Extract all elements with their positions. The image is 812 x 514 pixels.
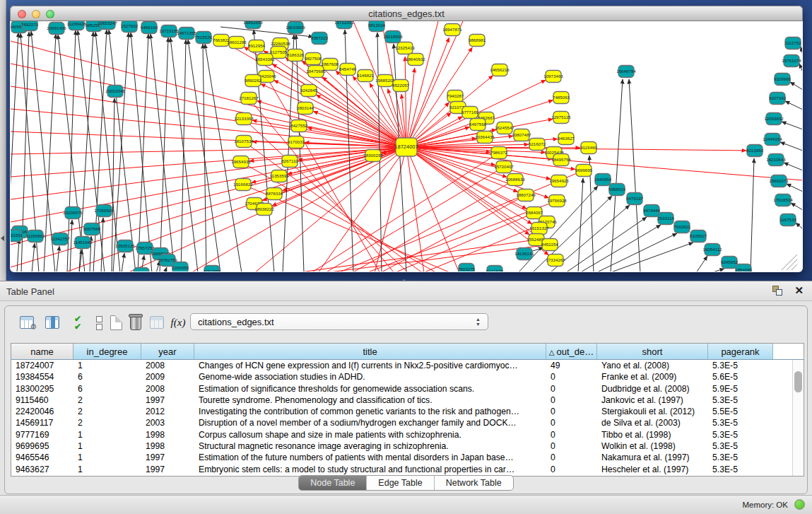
column-header-outde[interactable]: △out_de…: [546, 344, 597, 359]
column-chooser-icon[interactable]: [43, 314, 61, 332]
graph-node-label: 9146821: [357, 73, 375, 78]
graph-node-label: 15885207: [375, 78, 395, 83]
table-cell: 5.3E-5: [708, 452, 773, 463]
graph-node-label: 9329966: [774, 76, 792, 81]
tab-network-table[interactable]: Network Table: [435, 476, 513, 490]
tab-edge-table[interactable]: Edge Table: [367, 476, 434, 490]
graph-node-label: 18640932: [406, 57, 425, 62]
column-header-name[interactable]: name: [11, 344, 73, 359]
graph-node-label: 12093832: [764, 116, 784, 121]
table-cell: 9777169: [11, 429, 73, 440]
graph-node-label: 16648784: [616, 69, 636, 74]
table-cell: 9699695: [11, 440, 73, 452]
graph-node-label: 22260538: [271, 41, 290, 46]
column-header-year[interactable]: year: [141, 344, 194, 359]
tab-node-table[interactable]: Node Table: [299, 476, 367, 490]
new-table-icon[interactable]: [107, 314, 125, 332]
graph-node-label: 1640954: [594, 177, 612, 182]
graph-node-label: 15720407: [494, 164, 514, 169]
graph-node-label: 8427552: [290, 123, 308, 128]
graph-node-label: 8186328: [287, 52, 305, 57]
graph-node-label: 9699695: [575, 168, 593, 173]
graph-node-label: 8522057: [392, 83, 410, 88]
table-row[interactable]: 1872400712008Changes of HCN gene express…: [11, 360, 792, 371]
graph-node-label: 9127505: [270, 49, 288, 54]
graph-node-label: 12444154: [763, 136, 782, 141]
table-row[interactable]: 1938455462009Genome-wide association stu…: [11, 371, 792, 382]
column-header-short[interactable]: short: [597, 344, 708, 359]
table-cell: 0: [546, 406, 597, 417]
splitter-handle[interactable]: ⌃: [401, 280, 408, 284]
graph-node-label: 9131678: [486, 269, 504, 271]
table-cell: Estimation of the future numbers of pati…: [194, 452, 546, 463]
table-cell: 5.3E-5: [708, 395, 773, 406]
table-cell: 2: [73, 406, 141, 417]
table-cell: 5.5E-5: [708, 406, 773, 417]
column-header-indegree[interactable]: in_degree: [73, 344, 141, 359]
table-scrollbar[interactable]: [792, 360, 804, 476]
scrollbar-thumb[interactable]: [794, 371, 802, 392]
graph-node-label: 9227343: [769, 95, 787, 100]
column-header-pagerank[interactable]: pagerank: [708, 344, 773, 359]
table-cell: 5.3E-5: [708, 360, 773, 371]
table-cell: 0: [546, 464, 597, 475]
graph-node-label: 16210643: [766, 157, 786, 162]
table-row[interactable]: 977716911998Corpus callosum shape and si…: [11, 429, 792, 440]
row-height-icon[interactable]: [90, 314, 108, 332]
window-title: citations_edges.txt: [11, 8, 802, 19]
graph-node-label: 20691406: [47, 25, 66, 30]
window-titlebar[interactable]: citations_edges.txt: [10, 6, 803, 21]
table-row[interactable]: 1830029562008Estimation of significance …: [11, 383, 792, 395]
graph-node-label: 19166822: [233, 182, 253, 187]
table-row[interactable]: 969969511998Structural magnetic resonanc…: [11, 440, 792, 452]
table-cell: 2008: [141, 383, 194, 395]
table-row[interactable]: 1456911722003Disruption of a novel membe…: [11, 417, 792, 428]
float-panel-icon[interactable]: [772, 286, 784, 296]
graph-node-label: 7803275: [458, 267, 476, 271]
graph-node-label: 2803144: [297, 105, 314, 110]
validate-columns-icon[interactable]: ✔✔: [69, 314, 87, 332]
table-cell: Franke et al. (2009): [597, 371, 708, 382]
table-row[interactable]: 946362711997Embryonic stem cells: a mode…: [11, 464, 792, 475]
table-cell: Structural magnetic resonance image aver…: [194, 440, 546, 452]
graph-node-label: 11236428: [66, 21, 86, 26]
table-row[interactable]: 2242004622012Investigating the contribut…: [11, 406, 792, 417]
graph-node-label: 12133363: [234, 116, 254, 121]
close-panel-icon[interactable]: ✕: [794, 284, 804, 297]
table-cell: 5.3E-5: [708, 440, 773, 452]
table-cell: Genome-wide association studies in ADHD.: [194, 371, 546, 382]
function-builder-icon[interactable]: f(x): [169, 314, 187, 332]
table-cell: 1997: [141, 395, 194, 406]
column-header-title[interactable]: title: [194, 344, 546, 359]
graph-node-label: 18938222: [254, 206, 274, 211]
table-tabs: Node TableEdge TableNetwork Table: [5, 475, 807, 491]
graph-node-label: 19218506: [383, 34, 403, 39]
table-cell: Tourette syndrome. Phenomenology and cla…: [194, 395, 546, 406]
graph-node-label: 2867608: [322, 62, 339, 66]
graph-node-label: 16151327: [529, 226, 549, 230]
graph-node-label: 10973493: [543, 74, 563, 78]
table-settings-icon[interactable]: ⚙: [18, 314, 36, 332]
graph-node-label: 8357223: [311, 35, 329, 40]
graph-node-label: 6216072: [529, 141, 546, 146]
table-cell: Wolkin et al. (1998): [597, 440, 708, 452]
graph-node-label: 18601286: [227, 40, 247, 45]
graph-node-label: 8094856: [204, 269, 221, 271]
table-cell: 1: [73, 452, 141, 463]
graph-node-label: 17359924: [94, 208, 114, 213]
graph-node-label: 12975125: [551, 115, 571, 119]
table-cell: 5.3E-5: [708, 417, 773, 428]
graph-node-label: 9827508: [305, 56, 322, 61]
table-select-dropdown[interactable]: citations_edges.txt ▲▼: [190, 313, 488, 330]
network-window: citations_edges.txt 76638221860128689129…: [10, 6, 803, 272]
panel-collapse-arrow[interactable]: [1, 235, 4, 241]
graph-node-label: 11451945: [73, 240, 93, 245]
table-row[interactable]: 911546021997Tourette syndrome. Phenomeno…: [11, 395, 792, 406]
table-cell: 22420046: [11, 406, 73, 417]
graph-node-label: 3931591: [11, 233, 23, 238]
memory-status-icon[interactable]: [794, 499, 805, 510]
graph-node-label: 20364436: [475, 134, 495, 139]
network-canvas[interactable]: 7663822186012868912954222605389127505165…: [11, 21, 802, 271]
delete-table-icon[interactable]: [126, 314, 145, 332]
table-row[interactable]: 946554611997Estimation of the future num…: [11, 452, 792, 463]
